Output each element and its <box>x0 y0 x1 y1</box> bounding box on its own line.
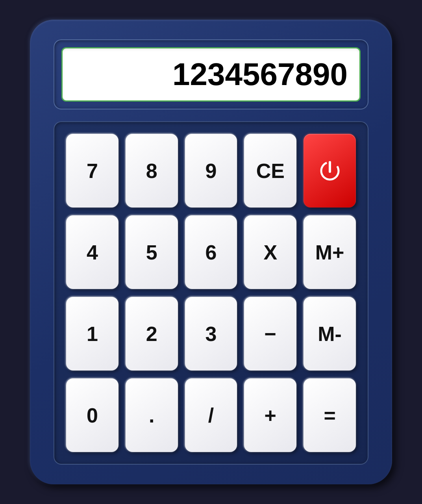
keypad-row-4: 0 . / + = <box>66 378 356 452</box>
keypad: 7 8 9 CE 4 5 6 X M+ 1 2 3 − M- <box>54 121 368 465</box>
key-memory-plus[interactable]: M+ <box>304 215 356 289</box>
key-ce[interactable]: CE <box>244 134 296 208</box>
keypad-row-3: 1 2 3 − M- <box>66 297 356 371</box>
key-power[interactable] <box>304 134 356 208</box>
key-7[interactable]: 7 <box>66 134 118 208</box>
key-divide[interactable]: / <box>185 378 237 452</box>
key-0[interactable]: 0 <box>66 378 118 452</box>
keypad-row-2: 4 5 6 X M+ <box>66 215 356 289</box>
display-screen: 1234567890 <box>61 47 361 102</box>
key-4[interactable]: 4 <box>66 215 118 289</box>
key-8[interactable]: 8 <box>126 134 178 208</box>
key-decimal[interactable]: . <box>126 378 178 452</box>
key-multiply[interactable]: X <box>244 215 296 289</box>
power-icon <box>317 158 342 183</box>
key-3[interactable]: 3 <box>185 297 237 371</box>
keypad-row-1: 7 8 9 CE <box>66 134 356 208</box>
key-5[interactable]: 5 <box>126 215 178 289</box>
key-equals[interactable]: = <box>304 378 356 452</box>
key-minus[interactable]: − <box>244 297 296 371</box>
key-memory-minus[interactable]: M- <box>304 297 356 371</box>
display-value: 1234567890 <box>172 56 348 93</box>
display-wrapper: 1234567890 <box>54 39 368 109</box>
calculator: 1234567890 7 8 9 CE 4 5 6 X M+ 1 <box>30 20 392 484</box>
key-6[interactable]: 6 <box>185 215 237 289</box>
key-2[interactable]: 2 <box>126 297 178 371</box>
key-1[interactable]: 1 <box>66 297 118 371</box>
key-9[interactable]: 9 <box>185 134 237 208</box>
key-plus[interactable]: + <box>244 378 296 452</box>
